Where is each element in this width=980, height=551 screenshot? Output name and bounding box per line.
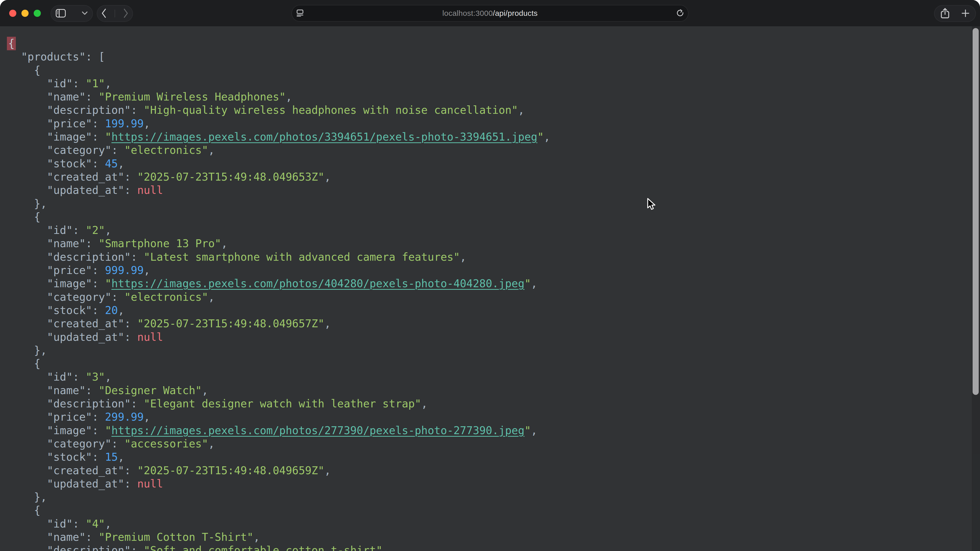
code-line: "image": "https://images.pexels.com/phot… [8,424,980,437]
reload-button[interactable] [676,5,684,21]
code-line: "products": [ [8,50,980,64]
code-line: "name": "Designer Watch", [8,384,980,397]
back-button[interactable] [101,8,107,19]
code-line: "updated_at": null [8,477,980,491]
code-line: { [8,210,980,224]
navigation-button-group [97,5,133,22]
code-line: "description": "Latest smartphone with a… [8,251,980,264]
code-line: "id": "2", [8,224,980,237]
code-line: "category": "electronics", [8,291,980,304]
code-line: "id": "1", [8,77,980,90]
code-line: }, [8,344,980,357]
code-line: "stock": 20, [8,304,980,317]
safari-window: localhost:3000/api/products [0,0,980,551]
json-url-link[interactable]: https://images.pexels.com/photos/404280/… [111,277,525,290]
code-line: "updated_at": null [8,184,980,197]
highlighted-brace: { [7,37,16,50]
code-line: "created_at": "2025-07-23T15:49:48.04965… [8,317,980,330]
code-line: "category": "electronics", [8,144,980,157]
json-code: { "products": [ { "id": "1", "name": "Pr… [0,26,980,551]
code-line: "stock": 45, [8,157,980,170]
code-line: "created_at": "2025-07-23T15:49:48.04965… [8,170,980,184]
code-line: "image": "https://images.pexels.com/phot… [8,277,980,290]
code-line: "price": 299.99, [8,410,980,424]
nav-divider [115,10,115,17]
forward-icon [123,8,128,19]
scrollbar-track[interactable] [972,26,980,551]
code-line: { [8,64,980,77]
code-line: "name": "Premium Cotton T-Shirt", [8,530,980,544]
json-url-link[interactable]: https://images.pexels.com/photos/277390/… [111,424,525,437]
code-line: "id": "4", [8,517,980,530]
new-tab-button[interactable] [961,9,970,18]
zoom-button[interactable] [34,10,41,17]
code-line: "image": "https://images.pexels.com/phot… [8,130,980,144]
sidebar-icon [56,9,66,18]
code-line: "created_at": "2025-07-23T15:49:48.04965… [8,464,980,477]
plus-icon [961,9,970,18]
code-line: "name": "Smartphone 13 Pro", [8,237,980,250]
chevron-down-icon [82,11,88,16]
code-line: }, [8,491,980,504]
forward-button[interactable] [123,8,128,19]
reload-icon [676,9,684,17]
address-bar[interactable]: localhost:3000/api/products [291,5,689,22]
url-host: localhost:3000 [442,9,493,17]
code-line: "description": "Elegant designer watch w… [8,397,980,410]
code-line: "category": "accessories", [8,437,980,451]
minimize-button[interactable] [21,10,29,17]
code-line: "stock": 15, [8,451,980,464]
scrollbar-thumb[interactable] [973,28,979,395]
close-button[interactable] [9,10,16,17]
share-button[interactable] [940,8,950,20]
page-settings-icon [297,10,304,17]
toolbar-actions-group [934,5,976,22]
json-viewer: { "products": [ { "id": "1", "name": "Pr… [0,26,980,551]
code-line: "name": "Premium Wireless Headphones", [8,90,980,103]
url-path: /api/products [493,9,538,17]
tab-group-menu-button[interactable] [82,11,88,16]
code-line: { [8,504,980,517]
window-controls [9,10,41,17]
url-text: localhost:3000/api/products [442,9,538,17]
code-line: { [8,357,980,370]
page-settings-button[interactable] [297,5,304,21]
code-line: { [8,37,980,50]
code-line: "price": 999.99, [8,264,980,277]
code-line: "updated_at": null [8,330,980,344]
code-line: "description": "High-quality wireless he… [8,103,980,117]
sidebar-button-group [51,5,93,22]
back-icon [101,8,107,19]
code-line: }, [8,197,980,210]
code-line: "description": "Soft and comfortable cot… [8,544,980,551]
browser-toolbar[interactable]: localhost:3000/api/products [0,0,980,26]
sidebar-toggle-button[interactable] [56,9,66,18]
code-line: "price": 199.99, [8,117,980,130]
json-url-link[interactable]: https://images.pexels.com/photos/3394651… [111,130,538,143]
code-line: "id": "3", [8,370,980,384]
share-icon [940,8,950,20]
